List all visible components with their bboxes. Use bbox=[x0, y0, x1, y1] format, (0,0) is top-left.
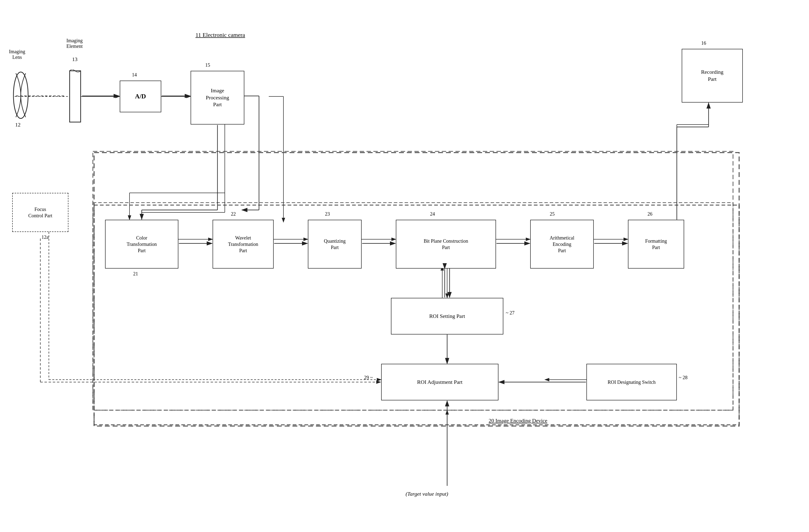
electronic-camera-label: 11 Electronic camera bbox=[195, 32, 245, 38]
target-value-label: (Target value input) bbox=[406, 491, 448, 497]
lens-shape bbox=[11, 71, 31, 120]
ref-12a: 12a bbox=[41, 234, 49, 240]
wavelet-transformation-box: WaveletTransformationPart bbox=[212, 220, 274, 269]
color-transformation-box: ColorTransformationPart bbox=[105, 220, 178, 269]
focus-control-box: FocusControl Part bbox=[12, 193, 68, 232]
image-processing-box: ImageProcessingPart bbox=[191, 71, 244, 125]
ref-26: 26 bbox=[648, 211, 652, 217]
ad-box: A/D bbox=[120, 81, 161, 112]
quantizing-box: QuantizingPart bbox=[308, 220, 362, 269]
image-encoding-device-label: 20 Image Encoding Device bbox=[489, 418, 547, 424]
imaging-element-shape bbox=[68, 70, 82, 123]
arithmetical-encoding-box: ArithmeticalEncodingPart bbox=[530, 220, 594, 269]
roi-adjustment-box: ROI Adjustment Part bbox=[381, 364, 498, 401]
roi-designating-box: ROI Designating Switch bbox=[586, 364, 677, 401]
ref-27: ~ 27 bbox=[506, 310, 515, 316]
ref-14: 14 bbox=[132, 72, 137, 78]
svg-rect-33 bbox=[70, 71, 81, 122]
ref-29: 29 ~ bbox=[364, 375, 373, 380]
imaging-element-label: ImagingElement bbox=[59, 38, 90, 49]
ref-21: 21 bbox=[133, 271, 138, 277]
ref-12: 12 bbox=[15, 122, 20, 128]
recording-part-box: RecordingPart bbox=[682, 49, 743, 103]
ref-28: ~ 28 bbox=[679, 375, 688, 380]
roi-setting-box: ROI Setting Part bbox=[391, 298, 503, 335]
ref-15: 15 bbox=[205, 62, 210, 68]
ref-23: 23 bbox=[325, 211, 330, 217]
imaging-lens-label: ImagingLens bbox=[5, 49, 29, 60]
diagram: ImagingLens 12 ImagingElement 13 11 Elec… bbox=[0, 0, 809, 532]
ref-16: 16 bbox=[701, 40, 706, 46]
ref-22: 22 bbox=[231, 211, 236, 217]
ref-13: 13 bbox=[72, 56, 78, 63]
formatting-box: FormattingPart bbox=[628, 220, 684, 269]
ref-24: 24 bbox=[430, 211, 435, 217]
ref-25: 25 bbox=[550, 211, 555, 217]
bit-plane-box: Bit Plane ConstructionPart bbox=[396, 220, 496, 269]
